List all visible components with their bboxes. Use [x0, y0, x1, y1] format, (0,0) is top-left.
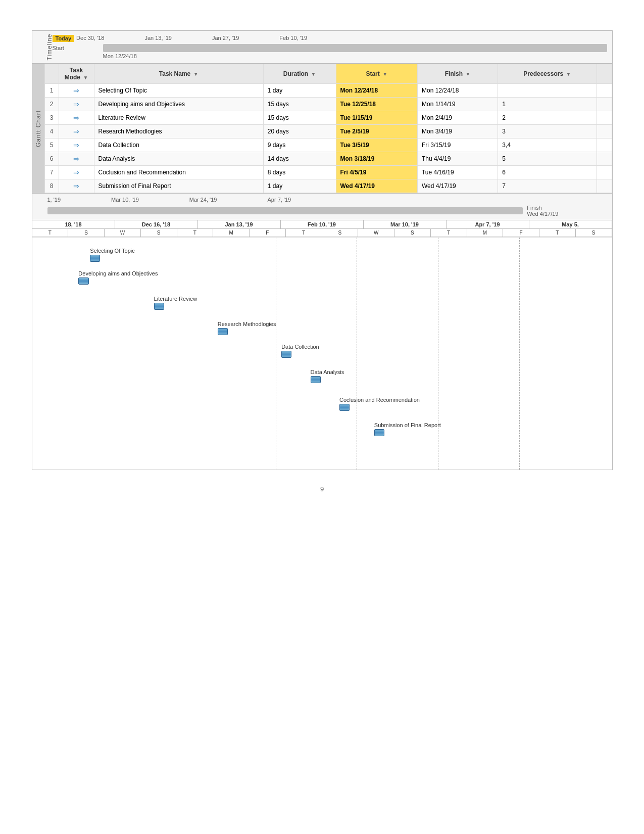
- gantt-sub-day-1: S: [68, 229, 105, 237]
- timeline-date-3: Jan 27, '19: [212, 35, 239, 41]
- predecessors-dropdown[interactable]: ▼: [566, 71, 571, 77]
- task-mode-cell: ⇒: [59, 84, 94, 98]
- gantt-sub-day-5: M: [213, 229, 250, 237]
- finish-cell: Mon 3/4/19: [417, 125, 498, 138]
- gantt-header-date-6: May 5,: [529, 220, 612, 228]
- gantt-sub-day-0: T: [32, 229, 69, 237]
- predecessors-cell: 5: [498, 152, 597, 166]
- gantt-task-container-5: Data Analysis: [311, 369, 344, 383]
- extra-cell: [597, 152, 612, 166]
- task-mode-dropdown[interactable]: ▼: [83, 75, 88, 80]
- bottom-timeline-dates: 1, '19 Mar 10, '19 Mar 24, '19 Apr 7, '1…: [47, 197, 607, 203]
- gantt-header-date-2: Jan 13, '19: [198, 220, 281, 228]
- task-name-cell: Data Analysis: [94, 152, 263, 166]
- gantt-bar-4: [281, 351, 291, 358]
- gantt-task-container-0: Selecting Of Topic: [90, 248, 134, 262]
- start-cell: Tue 3/5/19: [336, 138, 417, 152]
- gantt-task-label-6: Coclusion and Recommendation: [339, 397, 420, 403]
- gantt-task-label-4: Data Collection: [281, 344, 319, 350]
- task-mode-icon: ⇒: [73, 86, 79, 95]
- duration-cell: 20 days: [263, 125, 336, 138]
- duration-cell: 15 days: [263, 111, 336, 125]
- task-mode-icon: ⇒: [73, 127, 79, 135]
- start-dropdown[interactable]: ▼: [382, 71, 387, 77]
- row-number: 3: [44, 111, 59, 125]
- gantt-task-container-6: Coclusion and Recommendation: [339, 397, 420, 411]
- table-row: 7⇒Coclusion and Recommendation8 daysFri …: [44, 166, 612, 179]
- row-number: 6: [44, 152, 59, 166]
- start-cell: Fri 4/5/19: [336, 166, 417, 179]
- gantt-header-date-0: 18, '18: [32, 220, 115, 228]
- row-number: 8: [44, 179, 59, 193]
- extra-cell: [597, 111, 612, 125]
- btl-date-2: Mar 10, '19: [111, 197, 139, 203]
- timeline-section: Timeline Today Dec 30, '18 Jan 13, '19 J…: [32, 30, 613, 64]
- gantt-header-sub: TSWSTMFTSWSTMFTS: [32, 229, 612, 237]
- finish-cell: Tue 4/16/19: [417, 166, 498, 179]
- timeline-date-1: Dec 30, '18: [76, 35, 104, 41]
- col-extra: [597, 64, 612, 84]
- gantt-sub-day-2: W: [105, 229, 141, 237]
- duration-dropdown[interactable]: ▼: [311, 71, 316, 77]
- task-mode-cell: ⇒: [59, 138, 94, 152]
- page-number: 9: [32, 485, 613, 493]
- timeline-dates: Today Dec 30, '18 Jan 13, '19 Jan 27, '1…: [53, 35, 607, 42]
- col-start: Start ▼: [336, 64, 417, 84]
- task-tbody: 1⇒Selecting Of Topic1 dayMon 12/24/18Mon…: [44, 84, 612, 193]
- finish-cell: Mon 12/24/18: [417, 84, 498, 98]
- gantt-sub-day-12: M: [467, 229, 504, 237]
- predecessors-cell: 3,4: [498, 138, 597, 152]
- duration-cell: 14 days: [263, 152, 336, 166]
- table-row: 5⇒Data Collection9 daysTue 3/5/19Fri 3/1…: [44, 138, 612, 152]
- gantt-task-label-7: Submission of Final Report: [374, 422, 441, 428]
- task-mode-cell: ⇒: [59, 166, 94, 179]
- gantt-table: Task Mode ▼ Task Name ▼ Duration ▼ Sta: [44, 64, 612, 193]
- predecessors-cell: 3: [498, 125, 597, 138]
- gantt-task-label-3: Research Methodlogies: [218, 321, 276, 327]
- finish-dropdown[interactable]: ▼: [465, 71, 470, 77]
- page-container: Timeline Today Dec 30, '18 Jan 13, '19 J…: [32, 30, 613, 493]
- gantt-header-date-4: Mar 10, '19: [364, 220, 447, 228]
- duration-cell: 1 day: [263, 179, 336, 193]
- col-duration: Duration ▼: [263, 64, 336, 84]
- gantt-header-date-5: Apr 7, '19: [447, 220, 529, 228]
- gantt-task-container-4: Data Collection: [281, 344, 319, 358]
- task-mode-icon: ⇒: [73, 100, 79, 108]
- extra-cell: [597, 179, 612, 193]
- gantt-grid-line: [357, 238, 357, 470]
- gantt-chart-section: 18, '18Dec 16, '18Jan 13, '19Feb 10, '19…: [32, 220, 613, 470]
- col-finish: Finish ▼: [417, 64, 498, 84]
- task-mode-cell: ⇒: [59, 98, 94, 111]
- gantt-task-label-1: Developing aims and Objectives: [78, 270, 158, 276]
- task-mode-icon: ⇒: [73, 168, 79, 176]
- finish-cell: Thu 4/4/19: [417, 152, 498, 166]
- duration-cell: 9 days: [263, 138, 336, 152]
- row-number: 4: [44, 125, 59, 138]
- gantt-sub-day-7: T: [286, 229, 322, 237]
- start-cell: Tue 1/15/19: [336, 111, 417, 125]
- table-row: 8⇒Submission of Final Report1 dayWed 4/1…: [44, 179, 612, 193]
- gantt-task-label-0: Selecting Of Topic: [90, 248, 134, 254]
- gantt-sub-day-14: T: [539, 229, 576, 237]
- task-name-dropdown[interactable]: ▼: [193, 71, 199, 77]
- table-header-row: Task Mode ▼ Task Name ▼ Duration ▼ Sta: [44, 64, 612, 84]
- extra-cell: [597, 166, 612, 179]
- gantt-sub-day-8: S: [322, 229, 359, 237]
- btl-date-1: 1, '19: [47, 197, 61, 203]
- timeline-date-2: Jan 13, '19: [144, 35, 171, 41]
- timeline-bar: [103, 44, 607, 52]
- gantt-sub-day-6: F: [250, 229, 286, 237]
- duration-cell: 15 days: [263, 98, 336, 111]
- task-mode-cell: ⇒: [59, 125, 94, 138]
- bottom-finish-label: Finish Wed 4/17/19: [527, 205, 558, 217]
- task-name-cell: Research Methodlogies: [94, 125, 263, 138]
- btl-date-4: Apr 7, '19: [267, 197, 291, 203]
- today-badge: Today: [53, 35, 75, 42]
- table-row: 3⇒Literature Review15 daysTue 1/15/19Mon…: [44, 111, 612, 125]
- finish-cell: Mon 1/14/19: [417, 98, 498, 111]
- predecessors-cell: 1: [498, 98, 597, 111]
- finish-cell: Wed 4/17/19: [417, 179, 498, 193]
- task-name-cell: Submission of Final Report: [94, 179, 263, 193]
- task-mode-icon: ⇒: [73, 141, 79, 149]
- start-cell: Wed 4/17/19: [336, 179, 417, 193]
